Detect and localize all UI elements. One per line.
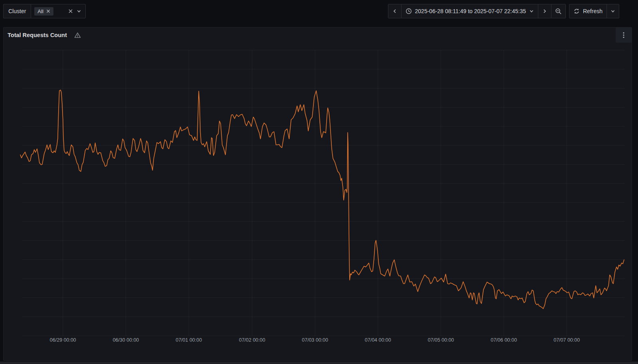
dashboard-toolbar: Cluster All [0, 0, 638, 24]
chevron-down-icon [610, 9, 615, 14]
time-series-chart[interactable]: 06/29 00:0006/30 00:0007/01 00:0007/02 0… [4, 28, 632, 360]
kebab-menu-icon [623, 32, 624, 38]
x-axis-tick-label: 07/05 00:00 [428, 337, 454, 343]
time-picker-group: 2025-06-28 08:11:49 to 2025-07-07 22:45:… [388, 4, 566, 18]
refresh-icon [573, 8, 580, 14]
time-range-picker-button[interactable]: 2025-06-28 08:11:49 to 2025-07-07 22:45:… [401, 4, 538, 18]
time-shift-forward-button[interactable] [538, 4, 551, 18]
selected-value-text: All [37, 8, 43, 14]
refresh-interval-dropdown[interactable] [606, 4, 619, 18]
time-controls: 2025-06-28 08:11:49 to 2025-07-07 22:45:… [388, 4, 619, 18]
panel-header: Total Requests Count [4, 28, 632, 43]
refresh-group: Refresh [569, 4, 619, 18]
variable-controls: Cluster All [3, 4, 86, 18]
cluster-variable-select[interactable]: All [31, 4, 86, 18]
zoom-out-button[interactable] [551, 4, 565, 18]
x-axis-tick-label: 07/06 00:00 [490, 337, 517, 343]
panel-menu-button[interactable] [616, 28, 632, 43]
x-axis-tick-label: 07/02 00:00 [239, 337, 265, 343]
zoom-out-icon [555, 8, 562, 15]
x-axis-tick-label: 06/29 00:00 [50, 337, 76, 343]
time-shift-back-button[interactable] [388, 4, 401, 18]
x-axis-tick-label: 06/30 00:00 [113, 337, 139, 343]
series-line-total-requests-count [20, 90, 624, 309]
chevron-right-icon [542, 8, 547, 14]
panel-warning-icon[interactable] [74, 32, 81, 39]
chevron-down-icon [529, 9, 534, 14]
refresh-label: Refresh [583, 8, 603, 14]
x-axis-tick-label: 07/04 00:00 [365, 337, 391, 343]
x-axis-tick-label: 07/03 00:00 [302, 337, 328, 343]
remove-value-icon[interactable] [46, 9, 50, 13]
panel-total-requests-count: Total Requests Count 06/29 00:0006/30 00… [3, 27, 632, 361]
chevron-down-icon[interactable] [77, 9, 81, 14]
refresh-button[interactable]: Refresh [569, 4, 606, 18]
x-axis-tick-label: 07/01 00:00 [175, 337, 202, 343]
variable-label: Cluster [3, 4, 31, 18]
select-controls [68, 9, 81, 14]
grid-lines [22, 50, 625, 336]
clear-selection-icon[interactable] [68, 9, 73, 14]
panel-title[interactable]: Total Requests Count [8, 32, 67, 38]
dashboard-page: Cluster All [0, 0, 638, 364]
selected-value-tag[interactable]: All [34, 7, 53, 16]
chevron-left-icon [392, 8, 398, 14]
x-axis-tick-label: 07/07 00:00 [553, 337, 580, 343]
clock-icon [406, 8, 412, 14]
horizontal-scrollbar[interactable] [0, 362, 638, 364]
time-range-text: 2025-06-28 08:11:49 to 2025-07-07 22:45:… [415, 8, 526, 14]
